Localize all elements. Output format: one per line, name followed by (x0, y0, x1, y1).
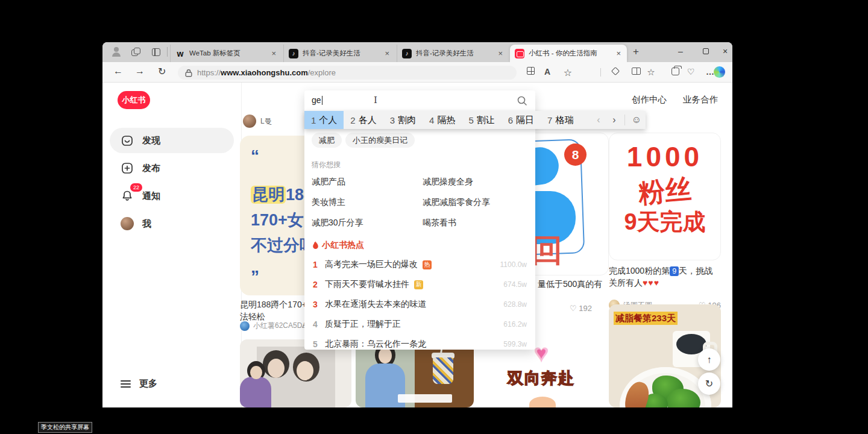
open-quote-mark: “ (251, 146, 259, 166)
xiaohongshu-logo[interactable]: 小红书 (118, 91, 150, 109)
favorites-star-icon[interactable]: ☆ (562, 67, 574, 78)
sidebar-item-notifications[interactable]: 通知 22 (110, 183, 234, 209)
address-bar[interactable]: https://www.xiaohongshu.com/explore (178, 66, 517, 80)
refresh-feed-button[interactable]: ↻ (698, 373, 720, 395)
sidebar-item-me[interactable]: 我 (110, 211, 234, 236)
ime-candidate-5[interactable]: 5割让 (462, 111, 501, 129)
profile-icon[interactable] (111, 46, 122, 57)
tab-douyin-2[interactable]: ♪ 抖音-记录美好生活 × (397, 45, 509, 62)
tab-douyin-1[interactable]: ♪ 抖音-记录美好生活 × (283, 45, 395, 62)
photo-caption-label: 减脂餐第233天 (614, 312, 678, 325)
search-suggestion[interactable]: 减肥减脂零食分享 (423, 197, 490, 208)
hot-topic-item[interactable]: 4 质疑于正，理解于正 616.2w (313, 318, 527, 331)
close-window-button[interactable]: × (715, 42, 732, 60)
collections-icon[interactable] (671, 68, 679, 75)
discover-smiley-icon (121, 134, 134, 147)
highlighted-text: 昆明 (251, 186, 286, 204)
search-input[interactable]: ge (312, 95, 322, 105)
hot-topic-item[interactable]: 3 水果在逐渐失去本来的味道 628.8w (313, 298, 527, 311)
ime-candidate-6[interactable]: 6隔日 (502, 111, 541, 129)
profile-body (112, 52, 121, 57)
douyin-favicon: ♪ (289, 49, 298, 58)
browser-essentials-icon[interactable] (611, 67, 620, 75)
tab-xiaohongshu-active[interactable]: 小红书 - 你的生活指南 × (510, 45, 627, 62)
candidate-number: 6 (508, 115, 513, 125)
read-aloud-icon[interactable]: A (541, 67, 553, 77)
search-history-chip[interactable]: 小王的瘦美日记 (345, 133, 415, 148)
hot-views: 628.8w (503, 300, 527, 309)
ime-candidate-7[interactable]: 7格瑞 (541, 111, 580, 129)
red-circle-number: 8 (564, 143, 587, 166)
copilot-logo (714, 66, 725, 78)
candidate-number: 1 (311, 115, 316, 125)
search-suggestion[interactable]: 美妆博主 (312, 197, 345, 208)
tab-close-icon[interactable]: × (383, 49, 391, 58)
candidate-number: 4 (429, 115, 434, 125)
sidebar-item-publish[interactable]: 发布 (110, 156, 234, 181)
url-text: https://www.xiaohongshu.com/explore (197, 68, 336, 77)
feed-user-name: L曼 (260, 116, 272, 127)
search-history-chip[interactable]: 减肥 (312, 133, 342, 148)
workspaces-icon[interactable] (131, 48, 141, 57)
feed-user-row[interactable]: L曼 (243, 115, 272, 128)
ime-prev-page-icon[interactable]: ‹ (591, 115, 606, 125)
tab-close-icon[interactable]: × (615, 49, 622, 58)
search-suggestion[interactable]: 减肥产品 (312, 177, 345, 187)
back-button[interactable]: ← (113, 66, 123, 77)
tab-close-icon[interactable]: × (270, 49, 277, 58)
note-author-row[interactable]: 小红薯62CA5DA (240, 321, 307, 331)
note-card-1000-fans[interactable]: 1000 粉丝 9天完成 (609, 133, 721, 260)
creator-center-link[interactable]: 创作中心 (632, 94, 667, 105)
hot-title: 水果在逐渐失去本来的味道 (325, 299, 426, 310)
ime-emoji-icon[interactable]: ☺ (627, 115, 646, 125)
search-suggestion[interactable]: 减肥操瘦全身 (423, 177, 473, 187)
screen: 季文松的共享屏幕 w WeTab 新标签页 × ♪ 抖音-记录美好生活 × ♪ … (0, 0, 868, 434)
note-title[interactable]: 完成1000粉的第9天，挑战关所有人♥♥♥ (609, 265, 721, 289)
ime-divider (624, 115, 625, 125)
scroll-to-top-button[interactable]: ↑ (698, 348, 720, 371)
maximize-button[interactable] (696, 42, 716, 60)
hot-topic-item[interactable]: 5 北京暴雨：乌云化作一条龙 599.3w (313, 338, 527, 350)
tab-title: 抖音-记录美好生活 (303, 49, 379, 58)
search-icon[interactable] (517, 95, 527, 108)
business-coop-link[interactable]: 业务合作 (683, 94, 718, 105)
hot-topic-item[interactable]: 2 下雨天不要背碱水挂件 新 674.5w (313, 278, 527, 291)
refresh-button[interactable]: ↻ (158, 66, 166, 77)
ime-candidate-2[interactable]: 2各人 (344, 111, 383, 129)
ime-candidate-1[interactable]: 1个人 (304, 111, 344, 129)
minimize-button[interactable]: – (670, 42, 691, 60)
forward-button[interactable]: → (135, 66, 145, 77)
browser-window: w WeTab 新标签页 × ♪ 抖音-记录美好生活 × ♪ 抖音-记录美好生活… (102, 42, 732, 407)
ime-candidate-4[interactable]: 4隔热 (423, 111, 462, 129)
url-host: www.xiaohongshu.com (221, 68, 308, 77)
handwritten-line: 1000 (609, 143, 720, 171)
search-dropdown-panel: ge I 减肥 小王的瘦美日记 猜你想搜 减肥产品 美妆博主 减肥30斤分享 减… (304, 90, 535, 350)
photo-person-front-body (240, 377, 271, 407)
wallet-health-icon[interactable]: ♡ (685, 67, 697, 77)
tab-close-icon[interactable]: × (497, 49, 504, 58)
sidebar-item-more[interactable]: 更多 (121, 378, 157, 389)
ime-next-page-icon[interactable]: › (606, 115, 622, 125)
ime-candidate-3[interactable]: 3割肉 (383, 111, 423, 129)
heart-emojis: ♥♥♥ (643, 278, 659, 288)
sidebar-item-label: 更多 (139, 378, 157, 389)
search-suggestion[interactable]: 减肥30斤分享 (312, 218, 363, 228)
new-tab-button[interactable]: + (633, 46, 639, 58)
hot-topic-item[interactable]: 1 高考完来一场巨大的爆改 热 1100.0w (313, 258, 527, 271)
note-title[interactable]: 量低于500真的有 (538, 279, 602, 290)
site-info-lock-icon[interactable] (185, 69, 192, 77)
favorites-list-icon[interactable]: ☆ (645, 67, 657, 78)
tab-actions-icon[interactable] (152, 48, 160, 56)
tab-wetab[interactable]: w WeTab 新标签页 × (170, 45, 282, 62)
suggest-section-title: 猜你想搜 (312, 160, 341, 170)
app-grid-icon[interactable] (527, 67, 535, 75)
title-text: 完成1000粉的第 (609, 266, 670, 275)
like-count[interactable]: ♡ 192 (570, 304, 592, 313)
split-screen-icon[interactable] (632, 68, 641, 75)
drink-cup (433, 357, 453, 384)
sidebar-item-discover[interactable]: 发现 (110, 128, 234, 153)
copilot-icon[interactable] (714, 66, 725, 78)
heart-icon: ♡ (570, 304, 577, 313)
search-suggestion[interactable]: 喝茶看书 (423, 218, 456, 228)
tab-strip-divider (167, 47, 168, 57)
